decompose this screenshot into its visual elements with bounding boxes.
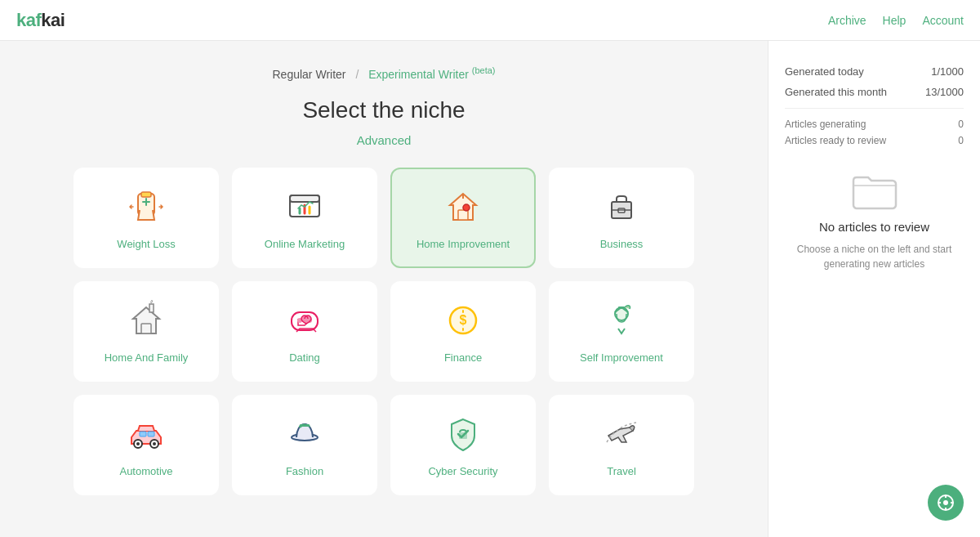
header: kafkai Archive Help Account [0, 0, 980, 41]
niche-card-cyber-security[interactable]: Cyber Security [390, 395, 536, 495]
folder-icon [850, 171, 899, 212]
niche-icon-online-marketing [283, 186, 326, 228]
svg-point-28 [943, 500, 948, 505]
niche-label-online-marketing: Online Marketing [265, 238, 345, 250]
stat-divider [785, 108, 964, 109]
niche-icon-cyber-security [442, 413, 484, 455]
svg-rect-9 [141, 324, 151, 333]
experimental-writer-label[interactable]: Experimental Writer [368, 68, 469, 81]
empty-state: No articles to review Choose a niche on … [785, 171, 964, 271]
niche-label-dating: Dating [289, 351, 320, 364]
help-fab-icon [937, 494, 955, 512]
beta-badge: (beta) [472, 65, 496, 75]
niche-card-self-improvement[interactable]: Self Improvement [549, 281, 694, 382]
svg-rect-4 [458, 210, 468, 220]
generated-month-row: Generated this month 13/1000 [785, 86, 964, 98]
niche-label-travel: Travel [607, 465, 636, 477]
niche-card-travel[interactable]: Travel [549, 395, 694, 495]
svg-point-20 [136, 442, 140, 445]
advanced-link-container: Advanced [33, 133, 735, 148]
niche-label-business: Business [600, 238, 644, 250]
niche-icon-travel [600, 413, 643, 455]
niche-card-home-and-family[interactable]: Home And Family [74, 281, 219, 382]
generated-today-value: 1/1000 [931, 65, 964, 78]
niche-card-business[interactable]: Business [549, 168, 694, 268]
top-nav: Archive Help Account [828, 14, 964, 27]
niche-card-fashion[interactable]: Fashion [232, 395, 377, 495]
niche-grid: Weight Loss Online Marketing Home Improv… [74, 168, 694, 495]
niche-card-dating[interactable]: Dating [232, 281, 377, 382]
niche-label-weight-loss: Weight Loss [117, 238, 175, 250]
articles-ready-label: Articles ready to review [785, 135, 886, 146]
content-area: Regular Writer / Experimental Writer (be… [0, 41, 768, 537]
generated-today-label: Generated today [785, 65, 864, 78]
articles-ready-value: 0 [958, 135, 964, 146]
generated-today-row: Generated today 1/1000 [785, 65, 964, 78]
articles-ready-row: Articles ready to review 0 [785, 135, 964, 146]
help-fab[interactable] [928, 485, 964, 521]
empty-desc: Choose a niche on the left and start gen… [785, 242, 964, 271]
niche-label-finance: Finance [444, 351, 482, 364]
niche-card-weight-loss[interactable]: Weight Loss [74, 168, 219, 268]
niche-card-home-improvement[interactable]: Home Improvement [390, 168, 536, 268]
niche-icon-self-improvement [600, 299, 643, 342]
niche-card-finance[interactable]: $ Finance [390, 281, 536, 382]
niche-icon-weight-loss [125, 186, 167, 228]
niche-label-home-improvement: Home Improvement [416, 238, 510, 250]
account-link[interactable]: Account [922, 14, 964, 27]
niche-label-fashion: Fashion [286, 465, 323, 477]
svg-rect-23 [148, 432, 154, 436]
advanced-link[interactable]: Advanced [357, 133, 412, 147]
niche-icon-business [600, 186, 643, 228]
main-layout: Regular Writer / Experimental Writer (be… [0, 41, 980, 537]
niche-card-automotive[interactable]: Automotive [74, 395, 219, 495]
logo: kafkai [16, 10, 65, 31]
svg-rect-1 [141, 192, 151, 197]
sidebar: Generated today 1/1000 Generated this mo… [768, 41, 980, 537]
archive-link[interactable]: Archive [828, 14, 866, 27]
niche-icon-fashion [283, 413, 326, 455]
articles-generating-row: Articles generating 0 [785, 119, 964, 130]
svg-rect-17 [618, 307, 625, 309]
svg-point-21 [153, 442, 156, 445]
help-link[interactable]: Help [883, 14, 906, 27]
writer-toggle: Regular Writer / Experimental Writer (be… [33, 65, 735, 81]
niche-label-automotive: Automotive [119, 465, 172, 477]
page-title: Select the niche [33, 97, 735, 123]
niche-icon-home-improvement [442, 186, 484, 228]
svg-rect-3 [290, 195, 319, 202]
generated-month-value: 13/1000 [925, 86, 964, 98]
articles-generating-value: 0 [958, 119, 964, 130]
niche-label-self-improvement: Self Improvement [580, 351, 663, 364]
niche-label-home-and-family: Home And Family [105, 351, 189, 364]
regular-writer-label[interactable]: Regular Writer [273, 68, 346, 81]
svg-rect-26 [459, 432, 467, 439]
niche-card-online-marketing[interactable]: Online Marketing [232, 168, 377, 268]
niche-icon-dating [283, 299, 326, 342]
niche-icon-finance: $ [442, 299, 484, 342]
svg-point-5 [463, 204, 470, 211]
writer-separator: / [355, 68, 359, 81]
svg-rect-25 [300, 424, 310, 427]
niche-label-cyber-security: Cyber Security [428, 465, 497, 477]
generated-month-label: Generated this month [785, 86, 887, 98]
svg-text:$: $ [460, 313, 467, 327]
articles-generating-label: Articles generating [785, 119, 866, 130]
niche-icon-home-and-family [125, 299, 167, 342]
niche-icon-automotive [125, 413, 167, 455]
empty-title: No articles to review [819, 220, 929, 234]
svg-rect-22 [140, 432, 146, 436]
svg-rect-10 [149, 304, 154, 312]
